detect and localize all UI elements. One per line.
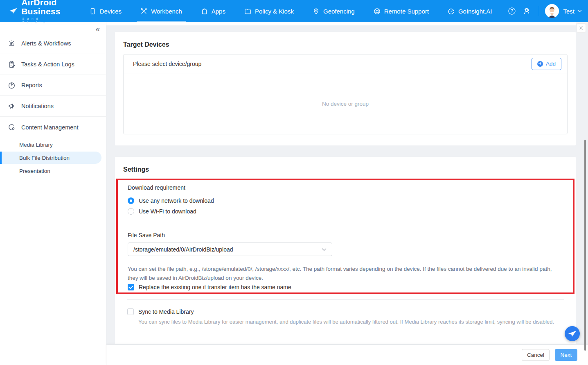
content-management-icon <box>8 123 16 131</box>
nav-label: GoInsight.AI <box>458 8 492 15</box>
map-pin-icon <box>313 8 320 15</box>
checkbox-unchecked-icon[interactable] <box>127 308 134 315</box>
main-nav: Devices Workbench Apps Policy & Kiosk Ge… <box>80 0 502 22</box>
page-settings-gear-button[interactable] <box>577 23 586 33</box>
content-top-strip <box>106 22 576 25</box>
file-save-path-value: /storage/emulated/0/AirDroidBiz/upload <box>133 246 233 253</box>
airdroid-plane-icon <box>9 5 18 17</box>
nav-policy-kiosk[interactable]: Policy & Kiosk <box>235 0 303 22</box>
radio-label: Use Wi-Fi to download <box>139 208 196 215</box>
add-device-button[interactable]: Add <box>532 58 561 70</box>
cancel-button[interactable]: Cancel <box>522 349 550 361</box>
main-content: Target Devices Please select device/grou… <box>106 22 588 365</box>
checkbox-label: Sync to Media Library <box>138 308 194 315</box>
replace-existing-checkbox-row[interactable]: Replace the existing one if transfer ite… <box>128 284 291 290</box>
settings-title: Settings <box>115 157 576 179</box>
sidebar-item-content-management[interactable]: Content Management <box>0 117 106 138</box>
sidebar-item-tasks-action-logs[interactable]: Tasks & Action Logs <box>0 54 106 75</box>
device-select-prompt: Please select device/group <box>133 61 201 67</box>
highlight-red-box: Download requirement Use any network to … <box>116 179 574 294</box>
brand-title: AirDroid Business <box>21 0 67 16</box>
sidebar-item-presentation[interactable]: Presentation <box>0 165 106 177</box>
nav-label: Geofencing <box>323 8 355 15</box>
checkbox-label: Replace the existing one if transfer ite… <box>139 284 291 290</box>
sidebar-item-reports[interactable]: Reports <box>0 75 106 96</box>
user-name[interactable]: Test <box>563 8 574 15</box>
sidebar-item-media-library[interactable]: Media Library <box>0 138 106 151</box>
nav-workbench[interactable]: Workbench <box>131 0 191 22</box>
sidebar-item-alerts-workflows[interactable]: Alerts & Workflows <box>0 33 106 54</box>
alert-siren-icon <box>8 40 16 48</box>
nav-label: Devices <box>100 8 122 15</box>
nav-label: Policy & Kiosk <box>255 8 294 15</box>
radio-wifi-only[interactable]: Use Wi-Fi to download <box>128 208 196 215</box>
radio-any-network[interactable]: Use any network to download <box>128 197 214 204</box>
support-agent-icon[interactable] <box>523 7 531 15</box>
airdroid-plane-icon <box>568 330 577 338</box>
target-devices-card: Target Devices Please select device/grou… <box>115 32 576 145</box>
empty-text: No device or group <box>322 101 369 107</box>
sidebar-item-label: Notifications <box>21 103 54 109</box>
radio-unselected-icon[interactable] <box>128 208 134 215</box>
nav-remote-support[interactable]: Remote Support <box>364 0 438 22</box>
sidebar-subitem-label: Presentation <box>19 168 50 174</box>
sync-media-library-checkbox-row[interactable]: Sync to Media Library <box>127 308 194 315</box>
device-selector-box: Please select device/group Add No device… <box>123 54 568 134</box>
collapse-icon: « <box>95 25 100 34</box>
device-selector-header: Please select device/group Add <box>124 54 567 73</box>
checkbox-checked-icon[interactable] <box>128 284 134 290</box>
avatar[interactable] <box>545 4 559 18</box>
clipboard-pen-icon <box>8 61 16 68</box>
footer-action-bar: Cancel Next <box>106 345 588 365</box>
sidebar-item-bulk-file-distribution[interactable]: Bulk File Distribution <box>0 152 101 164</box>
folder-icon <box>244 8 251 15</box>
section-divider <box>128 223 562 223</box>
nav-geofencing[interactable]: Geofencing <box>303 0 364 22</box>
airdroid-floating-button[interactable] <box>565 326 580 341</box>
sidebar-subitem-label: Media Library <box>19 142 53 148</box>
header-right: Test <box>501 4 588 18</box>
help-icon[interactable] <box>508 7 516 15</box>
nav-label: Remote Support <box>384 8 429 15</box>
megaphone-icon <box>8 102 16 110</box>
add-button-label: Add <box>546 61 556 67</box>
nav-apps[interactable]: Apps <box>191 0 235 22</box>
file-save-path-select[interactable]: /storage/emulated/0/AirDroidBiz/upload <box>128 243 332 256</box>
devices-icon <box>89 8 96 15</box>
radio-label: Use any network to download <box>139 197 214 204</box>
radio-selected-icon[interactable] <box>128 197 134 204</box>
plus-icon <box>537 61 543 67</box>
brand-subtitle: Sand Studio <box>21 17 67 24</box>
nav-label: Apps <box>212 8 225 15</box>
sync-helper-text: You can sync files to Media Library for … <box>138 319 559 325</box>
sidebar-item-label: Reports <box>21 82 42 88</box>
file-save-path-label: File Save Path <box>128 232 165 238</box>
lifebuoy-icon <box>374 8 381 15</box>
sidebar-item-label: Tasks & Action Logs <box>21 61 74 68</box>
download-requirement-label: Download requirement <box>128 184 185 191</box>
sidebar-item-label: Content Management <box>21 124 78 131</box>
empty-device-list: No device or group <box>124 73 567 134</box>
sidebar-subitem-label: Bulk File Distribution <box>19 155 70 161</box>
section-divider <box>127 299 564 300</box>
vertical-scrollbar[interactable] <box>584 140 586 351</box>
top-navbar: AirDroid Business Sand Studio Devices Wo… <box>0 0 588 22</box>
chevron-down-icon[interactable] <box>577 9 582 13</box>
nav-goinsight[interactable]: GoInsight.AI <box>438 0 502 22</box>
apps-icon <box>201 8 208 15</box>
workbench-icon <box>140 8 147 15</box>
settings-card: Settings Download requirement Use any ne… <box>115 157 576 344</box>
nav-devices[interactable]: Devices <box>80 0 131 22</box>
target-devices-title: Target Devices <box>115 32 576 54</box>
pie-chart-icon <box>8 82 16 89</box>
brand-logo[interactable]: AirDroid Business Sand Studio <box>0 0 74 24</box>
sidebar-item-label: Alerts & Workflows <box>21 40 71 47</box>
goinsight-icon <box>448 8 455 15</box>
sidebar-item-notifications[interactable]: Notifications <box>0 96 106 117</box>
next-button[interactable]: Next <box>555 349 577 361</box>
file-save-path-helper: You can set the file path, e.g., /storag… <box>128 265 561 282</box>
gear-icon <box>579 25 584 31</box>
chevron-down-icon <box>322 248 327 251</box>
sidebar: « Alerts & Workflows Tasks & Action Logs… <box>0 22 106 365</box>
nav-label: Workbench <box>151 8 182 15</box>
